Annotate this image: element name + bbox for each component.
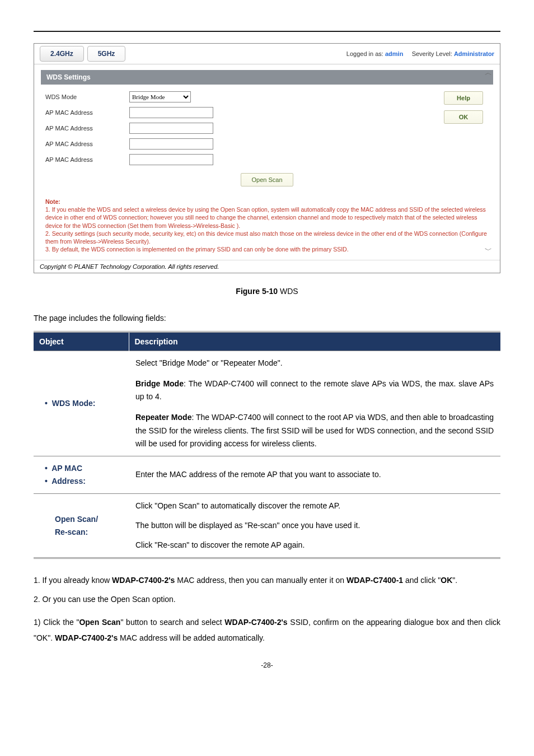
ap-mac-label-4: AP MAC Address	[45, 156, 129, 163]
wds-settings-screenshot: 2.4GHz 5GHz Logged in as: admin Severity…	[34, 43, 500, 273]
body-p3: 1) Click the "Open Scan" button to searc…	[34, 614, 500, 646]
cell-open-scan-desc: Click "Open Scan" to automatically disco…	[129, 493, 500, 558]
section-title-bar: WDS Settings	[41, 70, 493, 85]
body-p2: 2. Or you can use the Open Scan option.	[34, 592, 500, 606]
object-description-table: Object Description • WDS Mode: Select "B…	[34, 331, 500, 559]
table-header-description: Description	[129, 332, 500, 351]
note-block: Note: 1. If you enable the WDS and selec…	[41, 198, 493, 256]
intro-text: The page includes the following fields:	[34, 312, 500, 324]
ap-mac-input-2[interactable]	[129, 123, 213, 134]
wds-mode-select[interactable]: Bridge Mode	[129, 91, 191, 102]
ap-mac-input-3[interactable]	[129, 138, 213, 150]
note-line-1: 1. If you enable the WDS and select a wi…	[45, 206, 486, 228]
note-line-3: 3. By default, the WDS connection is imp…	[45, 246, 349, 253]
help-button[interactable]: Help	[444, 91, 483, 105]
table-row: Open Scan/ Re-scan: Click "Open Scan" to…	[34, 493, 500, 558]
ap-mac-label-1: AP MAC Address	[45, 109, 129, 116]
scroll-up-icon[interactable]: ︿	[485, 68, 492, 78]
ok-button[interactable]: OK	[444, 110, 483, 124]
severity-value: Administrator	[454, 50, 494, 57]
severity-label: Severity Level:	[412, 50, 452, 57]
ap-mac-input-4[interactable]	[129, 154, 213, 165]
cell-wds-mode-desc: Select "Bridge Mode" or "Repeater Mode".…	[129, 351, 500, 456]
ap-mac-input-1[interactable]	[129, 107, 213, 118]
note-line-2: 2. Security settings (such security mode…	[45, 230, 487, 245]
ap-mac-label-3: AP MAC Address	[45, 141, 129, 147]
logged-in-user: admin	[385, 50, 403, 57]
tab-2-4ghz[interactable]: 2.4GHz	[40, 46, 84, 62]
note-title: Note:	[45, 198, 60, 205]
cell-wds-mode: • WDS Mode:	[34, 351, 129, 456]
scroll-down-icon[interactable]: ﹀	[485, 245, 492, 255]
cell-ap-mac-desc: Enter the MAC address of the remote AP t…	[129, 456, 500, 493]
page-number: -28-	[34, 661, 500, 669]
table-row: • WDS Mode: Select "Bridge Mode" or "Rep…	[34, 351, 500, 456]
tab-5ghz[interactable]: 5GHz	[87, 46, 126, 62]
logged-in-label: Logged in as:	[346, 50, 383, 57]
ap-mac-label-2: AP MAC Address	[45, 125, 129, 132]
figure-caption: Figure 5-10 WDS	[34, 287, 500, 296]
table-row: • AP MAC • Address: Enter the MAC addres…	[34, 456, 500, 493]
body-p1: 1. If you already know WDAP-C7400-2's MA…	[34, 572, 500, 588]
wds-mode-label: WDS Mode	[45, 94, 129, 100]
cell-open-scan: Open Scan/ Re-scan:	[34, 493, 129, 558]
screenshot-header: 2.4GHz 5GHz Logged in as: admin Severity…	[34, 44, 500, 64]
cell-ap-mac: • AP MAC • Address:	[34, 456, 129, 493]
table-header-object: Object	[34, 332, 129, 351]
open-scan-button[interactable]: Open Scan	[241, 173, 293, 186]
copyright-text: Copyright © PLANET Technology Corporatio…	[34, 260, 500, 273]
login-info: Logged in as: admin Severity Level: Admi…	[346, 50, 494, 57]
